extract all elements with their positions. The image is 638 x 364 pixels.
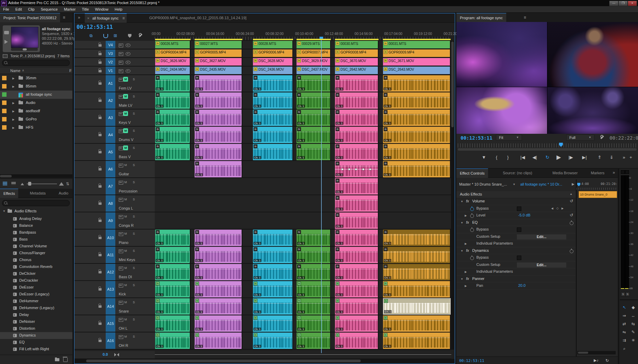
timeline-timecode[interactable]: 00:12:53:11 (77, 24, 113, 30)
nest-sequences-icon[interactable]: ⧉ (90, 33, 93, 38)
lock-icon[interactable] (98, 185, 102, 188)
param-custom-setup[interactable]: Custom SetupEdit... (456, 233, 576, 240)
track-badge-A5[interactable]: A5 (106, 144, 115, 160)
track-name[interactable]: Piano (119, 240, 128, 245)
track-name[interactable]: OH L (119, 326, 128, 330)
audio-clip[interactable]: fxCh. 1 (253, 230, 293, 246)
audio-clip[interactable]: fxCh. 1 (195, 109, 242, 126)
lane-playhead[interactable] (577, 183, 580, 186)
solo-button[interactable]: S (131, 300, 136, 305)
param-level[interactable]: ▶Level-5.0 dB↺ (456, 212, 576, 219)
audio-clip[interactable]: fxCh. 1 (253, 127, 293, 143)
slide-tool[interactable]: ⇉ (620, 337, 628, 343)
audio-clip[interactable]: fxCh. 1 (335, 212, 379, 229)
edit-button[interactable]: Edit... (517, 234, 566, 239)
track-badge-V2[interactable]: V2 (106, 58, 115, 66)
effect-item-channel-volume[interactable]: Channel Volume (0, 243, 72, 250)
mute-button[interactable]: M (123, 231, 128, 236)
panel-menu-icon[interactable]: ≡ (524, 15, 526, 20)
mute-button[interactable]: M (123, 300, 128, 305)
effect-group-dynamics[interactable]: ▼fxDynamics (456, 247, 576, 255)
twirl-open-icon[interactable]: ▼ (461, 200, 463, 203)
icon-view-icon[interactable] (11, 182, 16, 186)
video-clip[interactable]: fxGOPR0004.MP4 (155, 49, 190, 57)
snap-icon[interactable] (103, 34, 108, 38)
menu-file[interactable]: File (0, 6, 12, 12)
track-name[interactable]: Kick (119, 292, 126, 296)
program-work-bar[interactable] (458, 148, 637, 151)
audio-clip[interactable]: fxCh. 1 (383, 264, 451, 280)
source-patch-icon[interactable] (119, 318, 123, 322)
lane-clip[interactable]: 10 Drums Snare_0 (579, 191, 617, 198)
project-item-85mm[interactable]: ▶85mm (0, 82, 72, 91)
param-individual-parameters[interactable]: ▶Individual Parameters (456, 240, 576, 247)
audio-clip[interactable]: fxCh. 1 (335, 332, 379, 349)
program-scrubber[interactable] (458, 143, 637, 148)
track-lane-A9[interactable] (155, 212, 451, 230)
audio-clip[interactable]: fxCh. 1 (335, 75, 379, 92)
param-pan[interactable]: ▶Pan20.0 (456, 282, 576, 290)
audio-clip[interactable]: fxCh. 1 (155, 230, 190, 246)
effect-item-bass[interactable]: Bass (0, 236, 72, 243)
mute-button[interactable]: M (123, 128, 128, 133)
audio-clip[interactable]: fxCh. 1 (155, 298, 190, 315)
project-search-input[interactable] (2, 60, 70, 66)
audio-clip[interactable]: fxCh. 1 (155, 109, 190, 126)
effect-item-deesser-legacy-[interactable]: DeEsser (Legacy) (0, 291, 72, 298)
audio-clip[interactable]: fxCh. 1 (253, 144, 293, 160)
track-badge-V1[interactable]: V1 (106, 67, 115, 74)
navigate-up-icon[interactable] (3, 54, 8, 58)
track-badge-V4[interactable]: V4 (106, 41, 115, 49)
solo-button[interactable]: S (131, 180, 136, 185)
lock-icon[interactable] (98, 271, 102, 273)
audio-clip[interactable]: fxCh. 1 (155, 332, 190, 349)
track-name[interactable]: Drums V (119, 138, 134, 142)
thumbnail-zoom-slider[interactable] (27, 184, 57, 184)
mute-button[interactable]: M (123, 317, 128, 322)
add-marker-button[interactable]: ▼ (479, 153, 488, 162)
collapse-icon[interactable]: ▲ (570, 192, 572, 196)
edit-button[interactable]: Edit... (517, 262, 566, 268)
twirl-open-icon[interactable]: ▼ (3, 210, 5, 213)
solo-button[interactable]: S (131, 266, 136, 270)
menu-clip[interactable]: Clip (25, 6, 38, 12)
audio-clip[interactable]: fxCh. 1 (335, 315, 379, 332)
program-video-area[interactable] (456, 22, 638, 134)
label-color-chip[interactable] (2, 76, 7, 80)
twirl-closed-icon[interactable]: ▶ (12, 110, 14, 113)
label-color-chip[interactable] (2, 109, 7, 113)
camera-icon[interactable] (4, 31, 9, 34)
source-patch-icon[interactable] (119, 232, 123, 236)
track-name[interactable]: Fem LV (119, 86, 132, 90)
column-f[interactable]: F (69, 69, 72, 73)
audio-clip[interactable]: fxCh. 1 (335, 281, 379, 297)
video-clip[interactable]: fx00031.MTS (383, 41, 451, 48)
solo-button[interactable]: S (131, 197, 136, 202)
master-gain-value[interactable]: 0.0 (103, 352, 108, 356)
track-badge-A1[interactable]: A1 (106, 75, 115, 92)
audio-clip[interactable]: fxCh. 1 (383, 332, 451, 349)
effect-item-eq[interactable]: EQ (0, 339, 72, 346)
sort-asc-icon[interactable]: ∧ (22, 69, 24, 72)
sequence-clip-label[interactable]: all footage sync * 10 Dr... (520, 182, 571, 186)
audio-clip[interactable]: fxCh. 1 (195, 332, 242, 349)
tab-snapshot[interactable]: GOPR0009.MP4_snapshot_00.12_[2015.08.13_… (146, 13, 250, 22)
close-tab-icon[interactable]: × (87, 14, 89, 23)
menu-help[interactable]: Help (112, 6, 126, 12)
video-clip[interactable]: fxGOPR0008.MP4 (335, 49, 379, 57)
mute-button[interactable]: M (123, 77, 128, 82)
timeline-h-scrollbar[interactable] (74, 359, 455, 363)
lock-icon[interactable] (98, 134, 102, 136)
menu-sequence[interactable]: Sequence (38, 6, 61, 12)
video-clip[interactable]: fxDSC_3671.MOV (383, 58, 451, 66)
effect-item-declicker[interactable]: DeClicker (0, 270, 72, 277)
hand-tool[interactable]: ✳ (629, 337, 637, 343)
video-clip[interactable]: fxDSC_2437.MOV (297, 67, 331, 74)
play-button[interactable]: ▶ (554, 153, 563, 162)
audio-clip[interactable]: fxCh. 1 (155, 247, 190, 263)
audio-clip[interactable]: fxCh. 1 (195, 315, 242, 332)
audio-clip[interactable]: fxCh. 1 (253, 315, 293, 332)
project-item-all-footage-sync[interactable]: all footage sync (0, 91, 72, 99)
twirl-open-icon[interactable]: ▼ (461, 221, 463, 224)
stopwatch-icon[interactable] (470, 228, 474, 232)
